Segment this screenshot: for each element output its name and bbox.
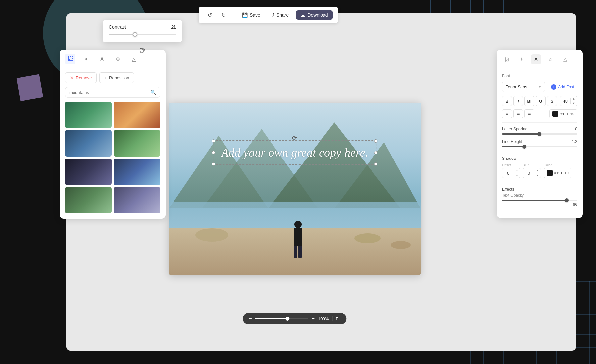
image-grid (60, 102, 166, 213)
zoom-out-button[interactable]: − (249, 316, 252, 322)
download-button[interactable]: ☁ Download (296, 10, 332, 20)
text-opacity-value: 86 (573, 202, 577, 207)
right-tab-magic[interactable]: ✦ (517, 54, 526, 64)
toolbar: ↺ ↻ 💾 Save ⤴ Share ☁ Download (199, 7, 338, 23)
remove-button[interactable]: ✕ Remove (65, 72, 97, 83)
bold-button[interactable]: B (502, 96, 512, 106)
font-size-up[interactable]: ▲ (571, 96, 577, 101)
shadow-offset-label: Offset (502, 163, 520, 167)
handle-bottom-left[interactable] (212, 162, 215, 166)
line-height-thumb (522, 145, 526, 149)
image-thumb-4[interactable] (114, 130, 160, 157)
zoom-slider-fill (255, 318, 287, 319)
font-select[interactable]: Tenor Sans ▼ (502, 82, 545, 92)
shadow-inputs: Offset 0 ▲ ▼ Blur 0 (502, 163, 577, 178)
text-opacity-fill (502, 200, 567, 201)
contrast-popup: Contrast 21 ☞ (103, 20, 182, 42)
font-size-control: 48 ▲ ▼ (560, 96, 577, 106)
style-row: B I BI U S 48 ▲ ▼ (502, 96, 577, 106)
divider-2 (502, 152, 577, 152)
share-button[interactable]: ⤴ Share (268, 10, 293, 20)
shadow-offset-down[interactable]: ▼ (514, 173, 520, 178)
download-icon: ☁ (301, 12, 305, 18)
font-name: Tenor Sans (506, 84, 527, 89)
align-right-button[interactable]: ≡ (524, 109, 534, 118)
redo-button[interactable]: ↻ (218, 9, 229, 21)
shadow-color-label: Color (544, 163, 571, 167)
contrast-slider[interactable] (109, 34, 176, 35)
image-thumb-1[interactable] (65, 102, 112, 128)
add-font-label: Add Font (558, 85, 574, 89)
add-font-button[interactable]: + Add Font (548, 82, 577, 92)
zoom-bar: − + 100% Fit (243, 313, 346, 324)
shadow-blur-label: Blur (523, 163, 541, 167)
zoom-fit[interactable]: Fit (336, 316, 340, 321)
right-tab-image[interactable]: 🖼 (502, 54, 512, 64)
contrast-slider-thumb (133, 32, 137, 37)
undo-button[interactable]: ↺ (204, 9, 215, 21)
font-row: Tenor Sans ▼ + Add Font (502, 82, 577, 92)
save-button[interactable]: 💾 Save (237, 10, 265, 20)
tab-image[interactable]: 🖼 (65, 54, 75, 64)
tab-magic[interactable]: ✦ (81, 54, 91, 64)
divider-1 (502, 122, 577, 123)
svg-rect-13 (298, 246, 302, 258)
canvas-image: ⟳ Add your own great copy here. (169, 103, 421, 275)
right-tab-emoji[interactable]: ☺ (546, 54, 556, 64)
underline-button[interactable]: U (536, 96, 546, 106)
shadow-blur-up[interactable]: ▲ (535, 168, 541, 173)
image-thumb-6[interactable] (114, 159, 160, 185)
letter-spacing-label: Letter Spacing (502, 127, 527, 131)
search-input[interactable] (69, 90, 148, 95)
image-thumb-2[interactable] (114, 102, 160, 128)
right-tab-text[interactable]: A (531, 54, 541, 64)
right-panel-body: Font Tenor Sans ▼ + Add Font B I BI U S (497, 69, 583, 211)
handle-mid-left[interactable] (212, 151, 215, 154)
image-thumb-8[interactable] (114, 187, 160, 213)
image-thumb-3[interactable] (65, 130, 112, 157)
contrast-value: 21 (171, 24, 176, 30)
letter-spacing-section: Letter Spacing 0 (502, 127, 577, 135)
text-color-box (552, 111, 558, 117)
text-opacity-slider[interactable] (502, 200, 577, 201)
tab-shape[interactable]: △ (128, 54, 139, 64)
tab-emoji[interactable]: ☺ (113, 54, 123, 64)
canvas-text-box[interactable]: ⟳ Add your own great copy here. (213, 140, 376, 165)
align-left-button[interactable]: ≡ (502, 109, 512, 118)
shadow-offset-stepper[interactable]: 0 ▲ ▼ (502, 168, 520, 178)
shadow-blur-group: Blur 0 ▲ ▼ (523, 163, 541, 178)
letter-spacing-slider[interactable] (502, 133, 577, 135)
strikethrough-button[interactable]: S (547, 96, 557, 106)
line-height-slider[interactable] (502, 146, 577, 147)
image-thumb-7[interactable] (65, 187, 112, 213)
shadow-color-box (547, 170, 553, 176)
zoom-slider[interactable] (255, 318, 308, 319)
handle-top-left[interactable] (212, 139, 215, 143)
shadow-offset-up[interactable]: ▲ (514, 168, 520, 173)
shadow-offset-group: Offset 0 ▲ ▼ (502, 163, 520, 178)
line-height-label: Line Height (502, 139, 522, 144)
bold-italic-button[interactable]: BI (524, 96, 534, 106)
shadow-blur-down[interactable]: ▼ (535, 173, 541, 178)
text-color-swatch[interactable]: #191919 (549, 109, 577, 118)
font-size-down[interactable]: ▼ (571, 101, 577, 106)
image-thumb-5[interactable] (65, 159, 112, 185)
effects-section: Effects Text Opacity 86 (502, 187, 577, 207)
shadow-blur-stepper[interactable]: 0 ▲ ▼ (523, 168, 541, 178)
shadow-color-swatch[interactable]: #191919 (544, 168, 571, 178)
tab-text[interactable]: A (97, 54, 107, 64)
right-tab-shape[interactable]: △ (560, 54, 570, 64)
download-label: Download (307, 12, 328, 18)
save-icon: 💾 (242, 12, 248, 18)
bg-sticky-purple (16, 74, 43, 101)
align-center-button[interactable]: ≡ (513, 109, 523, 118)
svg-point-8 (354, 233, 381, 243)
reposition-button[interactable]: + Reposition (99, 72, 134, 83)
remove-icon: ✕ (70, 75, 74, 80)
svg-point-10 (294, 221, 302, 228)
handle-mid-right[interactable] (374, 151, 378, 154)
italic-button[interactable]: I (513, 96, 523, 106)
shadow-section: Shadow Offset 0 ▲ ▼ Blur (502, 156, 577, 178)
canvas-frame[interactable]: ⟳ Add your own great copy here. (169, 103, 421, 275)
zoom-in-button[interactable]: + (312, 316, 315, 322)
